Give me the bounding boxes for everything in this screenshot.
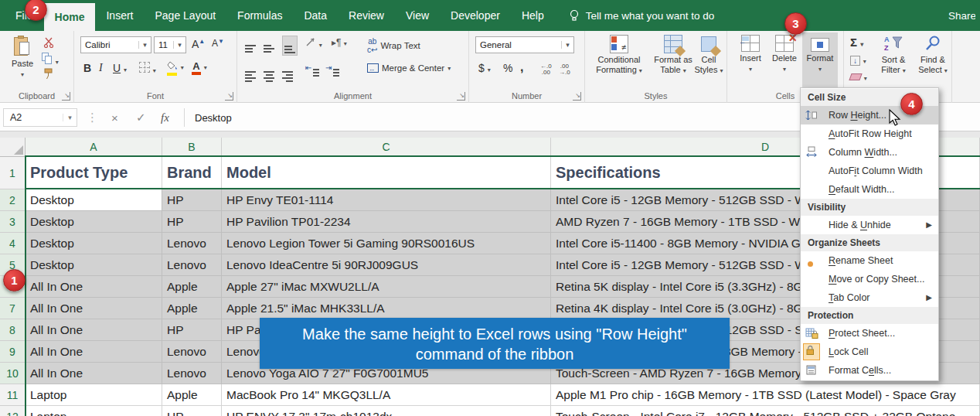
bold-button[interactable]: B — [83, 62, 91, 74]
align-bottom-button[interactable] — [282, 36, 298, 56]
font-color-dropdown-icon[interactable]: ▾ — [204, 64, 207, 71]
decrease-decimal-button[interactable]: .00→.0 — [559, 63, 570, 76]
tab-view[interactable]: View — [395, 0, 440, 31]
menu-item-rename-sheet[interactable]: Rename Sheet — [801, 251, 938, 270]
cell-A8[interactable]: All In One — [26, 319, 162, 341]
name-box[interactable]: A2 ▾ — [3, 108, 77, 127]
clear-dropdown-icon[interactable]: ▾ — [864, 75, 867, 82]
comma-style-button[interactable]: , — [520, 60, 523, 74]
column-header-B[interactable]: B — [162, 138, 222, 157]
align-right-button[interactable] — [282, 63, 293, 82]
align-middle-button[interactable] — [264, 37, 274, 53]
orientation-dropdown-icon[interactable]: ▾ — [319, 42, 322, 49]
insert-dropdown-icon[interactable]: ▾ — [749, 66, 752, 73]
menu-item-autofit-column-width[interactable]: AutoFit Column Width — [801, 162, 938, 180]
cell-C5[interactable]: Lenovo IdeaCentre 5i 90RJ009GUS — [222, 254, 551, 276]
cell-A2[interactable]: Desktop — [26, 189, 162, 211]
clear-button[interactable]: ▾ — [850, 71, 867, 83]
font-name-dropdown-icon[interactable]: ▾ — [138, 41, 151, 49]
row-header-7[interactable]: 7 — [0, 298, 26, 319]
cell-A6[interactable]: All In One — [26, 276, 162, 298]
decrease-indent-button[interactable]: ⇤ — [305, 63, 319, 77]
insert-function-button[interactable]: fx — [161, 108, 169, 127]
accounting-format-button[interactable]: $ ▾ — [478, 62, 491, 74]
number-format-dropdown-icon[interactable]: ▾ — [561, 41, 573, 49]
menu-item-column-width[interactable]: Column Width... — [801, 143, 938, 162]
alignment-dialog-launcher[interactable]: ↘ — [457, 92, 465, 101]
autosum-button[interactable]: Σ ▾ — [850, 36, 863, 49]
select-all-corner[interactable] — [0, 138, 26, 157]
menu-item-protect-sheet[interactable]: Protect Sheet... — [801, 324, 938, 343]
header-cell-C1[interactable]: Model — [222, 157, 551, 189]
orientation-button[interactable]: ▾ — [305, 36, 322, 49]
cut-button[interactable] — [43, 37, 55, 50]
fill-color-button[interactable]: ▾ — [167, 60, 184, 76]
cell-C11[interactable]: MacBook Pro 14" MKGQ3LL/A — [222, 384, 551, 406]
fill-dropdown-icon[interactable]: ▾ — [863, 58, 866, 65]
cell-B2[interactable]: HP — [162, 189, 222, 211]
share-button[interactable]: Share — [944, 0, 975, 31]
row-header-4[interactable]: 4 — [0, 233, 26, 254]
font-name-combo[interactable]: Calibri▾ — [80, 36, 151, 53]
tab-review[interactable]: Review — [338, 0, 395, 31]
row-header-9[interactable]: 9 — [0, 341, 26, 363]
format-dropdown-icon[interactable]: ▾ — [818, 66, 822, 73]
cell-A7[interactable]: All In One — [26, 298, 162, 319]
cell-A5[interactable]: Desktop — [26, 254, 162, 276]
cell-C7[interactable]: Apple 21.5" iMac MHK33LL/A — [222, 298, 551, 319]
menu-item-default-width[interactable]: Default Width... — [801, 180, 938, 199]
increase-decimal-button[interactable]: ←.0.00 — [540, 63, 552, 76]
menu-item-autofit-row-height[interactable]: AutoFit Row Height — [801, 124, 938, 143]
align-left-button[interactable] — [245, 63, 256, 82]
tab-home[interactable]: Home — [44, 3, 96, 31]
merge-center-dropdown-icon[interactable]: ▾ — [447, 65, 451, 72]
row-header-8[interactable]: 8 — [0, 319, 26, 341]
cell-C4[interactable]: Lenovo Legion Tower 5i Gaming 90RS0016US — [222, 233, 551, 254]
format-painter-button[interactable] — [43, 68, 54, 82]
cell-B7[interactable]: Apple — [162, 298, 222, 319]
cell-A11[interactable]: Laptop — [26, 384, 162, 406]
row-header-2[interactable]: 2 — [0, 189, 26, 211]
text-direction-button[interactable]: ▸¶ ▾ — [332, 37, 347, 48]
italic-button[interactable]: I — [99, 62, 103, 74]
cell-C12[interactable]: HP ENVY 17.3" 17m-ch1013dx — [222, 406, 551, 416]
font-dialog-launcher[interactable]: ↘ — [225, 92, 233, 101]
tell-me-box[interactable]: Tell me what you want to do — [569, 0, 715, 31]
tab-help[interactable]: Help — [511, 0, 555, 31]
cell-D12[interactable]: Touch-Screen - Intel Core i7 - 12GB Memo… — [551, 406, 980, 416]
cell-A4[interactable]: Desktop — [26, 233, 162, 254]
confirm-entry-button[interactable]: ✓ — [136, 108, 146, 127]
number-format-combo[interactable]: General▾ — [475, 36, 574, 53]
tab-formulas[interactable]: Formulas — [226, 0, 293, 31]
insert-cells-button[interactable]: ← Insert▾ — [735, 32, 766, 101]
paste-button[interactable]: Paste ▾ — [6, 32, 39, 101]
row-header-11[interactable]: 11 — [0, 384, 26, 406]
borders-button[interactable]: ▾ — [139, 62, 156, 75]
formula-bar-value[interactable]: Desktop — [195, 108, 232, 127]
delete-dropdown-icon[interactable]: ▾ — [783, 66, 786, 73]
tab-insert[interactable]: Insert — [95, 0, 144, 31]
cell-C2[interactable]: HP Envy TE01-1114 — [222, 189, 551, 211]
row-header-1[interactable]: 1 — [0, 157, 26, 189]
align-top-button[interactable] — [245, 37, 256, 53]
number-dialog-launcher[interactable]: ↘ — [573, 92, 581, 101]
autosum-dropdown-icon[interactable]: ▾ — [860, 41, 863, 48]
column-header-C[interactable]: C — [222, 138, 551, 157]
fill-button[interactable]: ↓ ▾ — [850, 54, 866, 66]
header-cell-B1[interactable]: Brand — [162, 157, 222, 189]
cell-B4[interactable]: Lenovo — [162, 233, 222, 254]
format-as-table-button[interactable]: Format as Table ▾ — [652, 32, 695, 101]
cell-B8[interactable]: HP — [162, 319, 222, 341]
column-header-A[interactable]: A — [26, 138, 162, 157]
cell-B11[interactable]: Apple — [162, 384, 222, 406]
accounting-dropdown-icon[interactable]: ▾ — [488, 66, 491, 73]
cell-A10[interactable]: All In One — [26, 363, 162, 384]
cell-B3[interactable]: HP — [162, 211, 222, 233]
cell-B10[interactable]: Lenovo — [162, 363, 222, 384]
merge-center-button[interactable]: ↔ Merge & Center ▾ — [367, 63, 451, 73]
tab-developer[interactable]: Developer — [440, 0, 511, 31]
fill-color-dropdown-icon[interactable]: ▾ — [181, 64, 184, 71]
header-cell-A1[interactable]: Product Type — [26, 157, 162, 189]
paste-dropdown-arrow-icon[interactable]: ▾ — [21, 71, 24, 78]
borders-dropdown-icon[interactable]: ▾ — [153, 67, 156, 74]
